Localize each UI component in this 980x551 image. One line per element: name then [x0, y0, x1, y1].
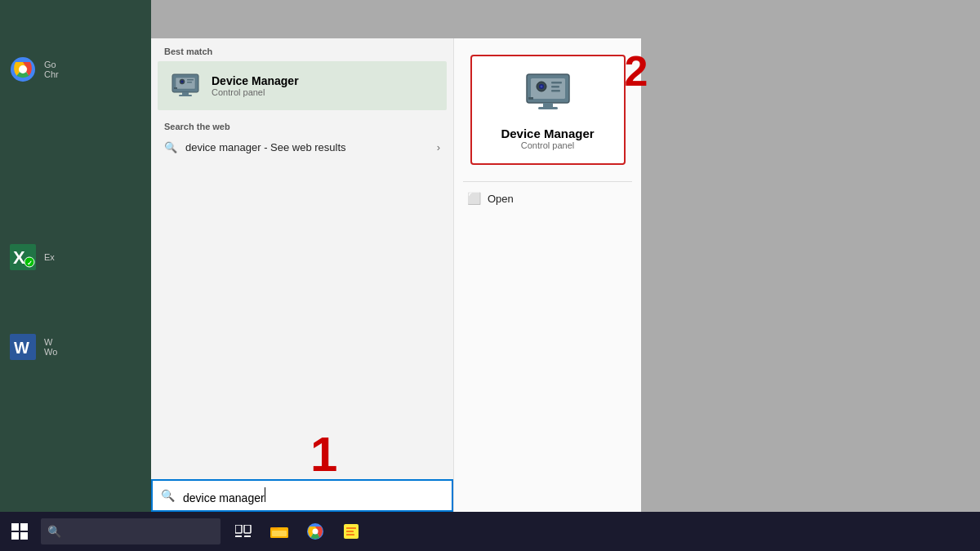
windows-logo-icon: [11, 523, 28, 540]
svg-rect-32: [235, 535, 242, 537]
file-explorer-icon[interactable]: [263, 512, 296, 551]
step-number-1: 1: [310, 430, 337, 479]
detail-open-action[interactable]: ⬜ Open: [454, 185, 641, 211]
web-search-arrow-icon: ›: [437, 141, 440, 153]
device-manager-icon-small: [169, 69, 202, 102]
svg-rect-29: [528, 97, 533, 100]
svg-rect-15: [187, 82, 192, 83]
start-menu: Best match: [151, 38, 641, 512]
svg-rect-16: [182, 92, 189, 95]
detail-action-label: Open: [488, 193, 514, 205]
svg-point-13: [181, 81, 184, 83]
sidebar-apps: GoChr X ✓ Ex: [0, 0, 151, 367]
web-search-item[interactable]: 🔍 device manager - See web results ›: [151, 135, 453, 160]
sidebar-item-word[interactable]: W WWo: [0, 327, 151, 367]
svg-rect-24: [551, 82, 562, 84]
svg-text:W: W: [14, 339, 29, 357]
text-cursor: [265, 487, 265, 502]
svg-rect-28: [538, 107, 558, 109]
open-icon: ⬜: [467, 192, 481, 205]
svg-rect-35: [272, 531, 287, 536]
svg-rect-25: [551, 86, 559, 88]
sidebar-chrome-label: GoChr: [44, 60, 59, 79]
svg-rect-18: [174, 87, 177, 89]
svg-rect-41: [346, 531, 354, 532]
device-manager-icon-large: [523, 69, 572, 118]
search-text: device manager: [183, 491, 265, 504]
web-search-label: Search the web: [151, 112, 453, 135]
task-view-icon[interactable]: [227, 512, 260, 551]
svg-rect-17: [179, 95, 192, 96]
best-match-label: Best match: [151, 38, 453, 60]
web-search-text: device manager - See web results: [185, 141, 346, 153]
svg-rect-27: [543, 103, 553, 107]
best-match-text: Device Manager Control panel: [212, 74, 299, 97]
svg-rect-31: [244, 525, 251, 533]
search-bar-input[interactable]: device manager: [183, 487, 452, 504]
detail-title: Device Manager: [501, 127, 594, 140]
start-button[interactable]: [0, 512, 39, 551]
search-bar-icon: 🔍: [153, 489, 183, 502]
svg-point-38: [313, 529, 318, 535]
best-match-item[interactable]: Device Manager Control panel: [158, 61, 447, 110]
taskbar-icons: [227, 512, 368, 551]
excel-app-icon: X ✓: [7, 241, 39, 273]
word-app-icon: W: [7, 331, 39, 363]
search-web-icon: 🔍: [164, 141, 177, 153]
taskbar-search-icon: 🔍: [47, 525, 61, 538]
search-bar-container: 🔍 device manager: [151, 479, 453, 512]
desktop: GoChr X ✓ Ex: [0, 0, 980, 551]
svg-rect-20: [531, 78, 565, 99]
sidebar-word-label: WWo: [44, 337, 57, 357]
best-match-title: Device Manager: [212, 74, 299, 87]
svg-point-2: [19, 65, 27, 73]
taskbar-chrome-icon[interactable]: [299, 512, 332, 551]
sidebar-excel-label: Ex: [44, 252, 55, 262]
detail-card: Device Manager Control panel 2: [470, 55, 626, 165]
step-number-2: 2: [625, 50, 648, 92]
results-pane: Best match: [151, 38, 453, 512]
taskbar: 🔍: [0, 512, 980, 551]
svg-text:✓: ✓: [27, 260, 33, 267]
sidebar-item-chrome[interactable]: GoChr: [0, 49, 151, 90]
taskbar-sticky-notes-icon[interactable]: [335, 512, 368, 551]
svg-text:X: X: [13, 247, 25, 268]
taskbar-search[interactable]: 🔍: [41, 518, 220, 544]
svg-rect-26: [551, 90, 560, 92]
detail-subtitle: Control panel: [521, 140, 574, 150]
detail-pane: Device Manager Control panel 2 ⬜ Open: [453, 38, 641, 512]
sidebar-item-excel[interactable]: X ✓ Ex: [0, 237, 151, 278]
svg-point-23: [540, 86, 542, 88]
chrome-app-icon: [7, 53, 39, 86]
best-match-subtitle: Control panel: [212, 87, 299, 97]
svg-rect-40: [346, 527, 356, 529]
svg-rect-30: [235, 525, 242, 533]
svg-rect-42: [346, 534, 354, 535]
svg-rect-33: [244, 535, 251, 537]
sidebar: GoChr X ✓ Ex: [0, 0, 151, 512]
divider: [463, 181, 631, 182]
svg-rect-14: [187, 79, 194, 81]
